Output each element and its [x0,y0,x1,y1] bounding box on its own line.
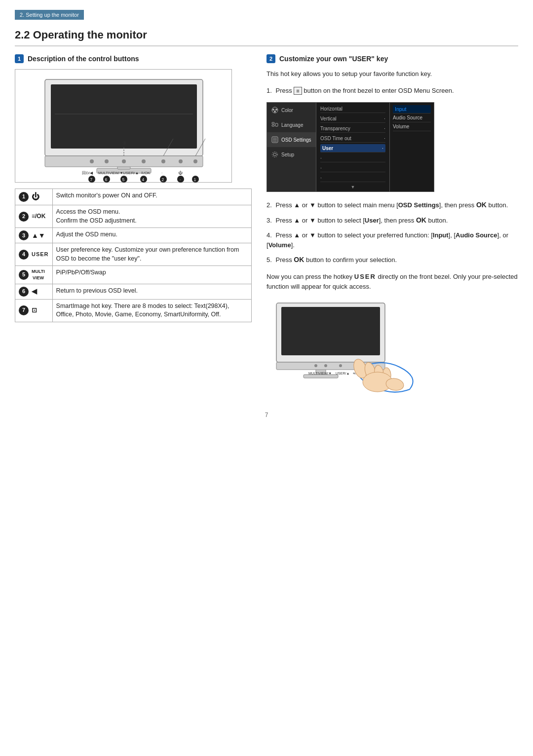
breadcrumb: 2. Setting up the monitor [15,10,84,20]
svg-text:MULTIVIEW/▼: MULTIVIEW/▼ [98,171,123,175]
ctrl-desc-2: Access the OSD menu.Confirm the OSD adju… [52,205,251,228]
svg-rect-3 [51,84,197,149]
svg-point-57 [339,364,342,367]
subsection1-badge: 1 [15,54,24,63]
osd-right-input: Input [393,105,431,113]
ctrl-num-cell: 3 ▲▼ [15,228,53,243]
table-row: 3 ▲▼ Adjust the OSD menu. [15,228,252,243]
svg-text:6: 6 [105,177,108,182]
step-5: 5. Press OK button to confirm your selec… [266,255,518,265]
ctrl-desc-1: Switch monitor's power ON and OFF. [52,189,251,205]
svg-text:·: · [161,171,162,175]
bottom-monitor-svg: MULTIVIEW/▼ USER/▲ ≡/OK [266,298,434,397]
svg-rect-42 [272,125,274,126]
svg-point-10 [122,159,126,163]
svg-text:MULTIVIEW/▼: MULTIVIEW/▼ [308,372,332,375]
osd-right-panel: Input Audio Source Volume [389,103,434,191]
osd-row-timeout: OSD Time out · [320,134,385,143]
step-3: 3. Press ▲ or ▼ button to select [User],… [266,215,518,226]
svg-text:⏻: ⏻ [178,171,183,175]
svg-rect-53 [304,375,338,378]
osd-menu-mockup: Color Language OSD Setting [266,102,434,192]
table-row: 1 ⏻ Switch monitor's power ON and OFF. [15,189,252,205]
svg-text:5: 5 [122,177,125,182]
osd-color-label: Color [281,108,293,113]
table-row: 4 USER User preference key. Customize yo… [15,243,252,266]
left-column: 1 Description of the control buttons [15,54,252,397]
ctrl-desc-6: Return to previous OSD level. [52,284,251,299]
steps-list: 1. Press ≡ button on the front bezel to … [266,86,518,96]
two-column-layout: 1 Description of the control buttons [15,54,518,397]
bottom-monitor-illustration: MULTIVIEW/▼ USER/▲ ≡/OK [266,298,434,397]
step-2: 2. Press ▲ or ▼ button to select main me… [266,200,518,210]
osd-row-empty2: · [320,164,385,172]
svg-point-38 [272,109,274,111]
svg-point-13 [179,159,183,163]
svg-point-8 [90,159,94,163]
page-container: 2. Setting up the monitor 2.2 Operating … [0,0,533,756]
osd-color-item: Color [267,103,316,117]
subsection1-label: 1 Description of the control buttons [15,54,252,63]
ctrl-num-cell: 1 ⏻ [15,189,53,205]
osd-language-label: Language [281,122,304,128]
svg-point-39 [275,109,277,111]
section-title: 2.2 Operating the monitor [15,29,518,46]
osd-settings-icon [271,136,279,144]
page-number: 7 [15,412,518,418]
right-column: 2 Customize your own "USER" key This hot… [266,54,518,397]
svg-text:4: 4 [142,177,145,182]
monitor-diagram-svg: ③ 回D/◀ MULTIVIEW/▼ USER/▲ ≡/OK · ⏻ [15,70,232,183]
table-row: 7 ⊡ SmartImage hot key. There are 8 mode… [15,299,252,322]
intro-text: This hot key allows you to setup your fa… [266,69,518,79]
osd-sidebar: Color Language OSD Setting [267,103,316,191]
svg-point-12 [161,159,165,163]
svg-text:≡/OK: ≡/OK [141,171,151,175]
steps-list-2: 2. Press ▲ or ▼ button to select main me… [266,200,518,265]
svg-point-9 [105,159,109,163]
monitor-illustration: ③ 回D/◀ MULTIVIEW/▼ USER/▲ ≡/OK · ⏻ [15,69,232,183]
svg-point-55 [314,364,317,367]
controls-table: 1 ⏻ Switch monitor's power ON and OFF. 2… [15,189,252,322]
subsection2-badge: 2 [266,54,275,63]
svg-point-40 [274,111,276,113]
table-row: 2 ≡/OK Access the OSD menu.Confirm the O… [15,205,252,228]
table-row: 6 ◀ Return to previous OSD level. [15,284,252,299]
osd-main-content: Horizontal Vertical · Transparency · OSD… [316,103,389,191]
svg-text:2: 2 [162,177,164,182]
svg-text:7: 7 [90,177,93,182]
step-1: 1. Press ≡ button on the front bezel to … [266,86,518,96]
step-4: 4. Press ▲ or ▼ button to select your pr… [266,230,518,250]
svg-rect-41 [272,122,274,124]
osd-setup-label: Setup [281,152,294,157]
osd-setup-item: Setup [267,147,316,162]
osd-row-vertical: Vertical · [320,114,385,123]
ctrl-desc-3: Adjust the OSD menu. [52,228,251,243]
ctrl-num-cell: 4 USER [15,243,53,266]
language-icon [271,121,279,129]
ctrl-desc-4: User preference key. Customize your own … [52,243,251,266]
svg-point-14 [193,159,197,163]
osd-row-user: User · [320,144,385,152]
svg-point-49 [272,152,278,157]
svg-text:回D/◀: 回D/◀ [82,171,93,175]
ctrl-num-cell: 2 ≡/OK [15,205,53,228]
svg-rect-51 [281,307,380,355]
setup-icon [271,151,279,158]
svg-text:·: · [180,177,181,182]
osd-settings-label: OSD Settings [281,137,311,143]
svg-rect-43 [275,123,278,126]
bottom-text: Now you can press the hotkey USER direct… [266,272,518,291]
svg-text:USER/▲: USER/▲ [336,372,349,375]
svg-point-11 [142,159,146,163]
osd-right-volume: Volume [393,122,431,131]
ctrl-desc-5: PiP/PbP/Off/Swap [52,266,251,284]
ctrl-num-cell: 5 MULTIVIEW [15,266,53,284]
osd-row-horizontal: Horizontal [320,105,385,113]
svg-point-56 [324,364,327,367]
svg-point-48 [273,153,276,156]
table-row: 5 MULTIVIEW PiP/PbP/Off/Swap [15,266,252,284]
subsection2-text: Customize your own "USER" key [279,55,388,63]
ctrl-num-cell: 6 ◀ [15,284,53,299]
svg-text:1: 1 [194,177,196,182]
ctrl-desc-7: SmartImage hot key. There are 8 modes to… [52,299,251,322]
